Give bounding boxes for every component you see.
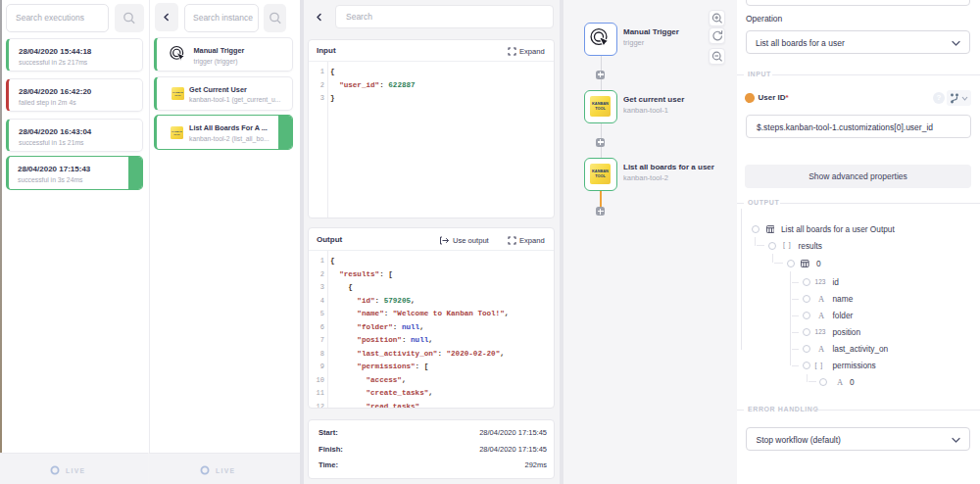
svg-text:TOOL: TOOL — [595, 106, 606, 111]
svg-text:TOOL: TOOL — [595, 173, 606, 178]
svg-text:TOOL: TOOL — [174, 94, 181, 97]
svg-text:TOOL: TOOL — [173, 132, 180, 135]
